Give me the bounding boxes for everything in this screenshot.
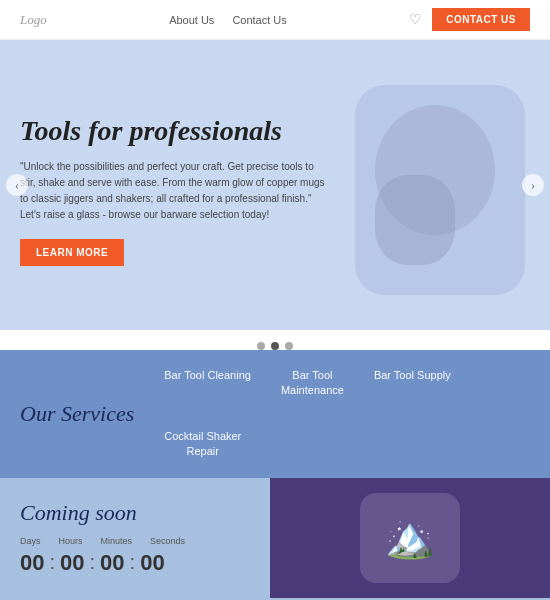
countdown-labels: Days Hours Minutes Seconds: [20, 536, 185, 546]
logo: Logo: [20, 12, 47, 28]
hero-description: "Unlock the possibilities and perfect yo…: [20, 159, 330, 223]
hero-image-box: [355, 85, 525, 295]
carousel-prev-arrow[interactable]: ‹: [6, 174, 28, 196]
label-hours: Hours: [59, 536, 83, 546]
about-link[interactable]: About Us: [169, 14, 214, 26]
services-section: Our Services Bar Tool Cleaning Bar ToolM…: [0, 350, 550, 478]
service-item-cocktail-shaker-repair[interactable]: Cocktail ShakerRepair: [164, 429, 241, 460]
hero-content: Tools for professionals "Unlock the poss…: [20, 114, 350, 267]
days-value: 00: [20, 550, 44, 576]
countdown-image-area: 🏔️: [270, 478, 550, 598]
carousel-dot-2[interactable]: [271, 342, 279, 350]
mountain-icon: 🏔️: [385, 514, 435, 561]
countdown-image-placeholder: 🏔️: [360, 493, 460, 583]
contact-link[interactable]: Contact Us: [232, 14, 286, 26]
navbar: Logo About Us Contact Us ♡ CONTACT US: [0, 0, 550, 40]
carousel-dot-3[interactable]: [285, 342, 293, 350]
carousel-dot-1[interactable]: [257, 342, 265, 350]
heart-icon[interactable]: ♡: [409, 11, 422, 28]
services-title: Our Services: [20, 401, 134, 427]
separator-3: :: [130, 551, 136, 574]
nav-right: ♡ CONTACT US: [409, 8, 530, 31]
service-item-bar-tool-supply[interactable]: Bar Tool Supply: [374, 368, 451, 399]
countdown-values: 00 : 00 : 00 : 00: [20, 550, 165, 576]
services-list: Bar Tool Cleaning Bar ToolMaintenance Ba…: [164, 368, 530, 460]
contact-button[interactable]: CONTACT US: [432, 8, 530, 31]
learn-more-button[interactable]: LEARN MORE: [20, 239, 124, 266]
countdown-left: Coming soon Days Hours Minutes Seconds 0…: [0, 478, 270, 598]
label-minutes: Minutes: [101, 536, 133, 546]
carousel-next-arrow[interactable]: ›: [522, 174, 544, 196]
carousel-dots: [0, 342, 550, 350]
hero-image-wrap: [350, 80, 530, 300]
hours-value: 00: [60, 550, 84, 576]
service-item-bar-tool-cleaning[interactable]: Bar Tool Cleaning: [164, 368, 251, 399]
countdown-section: Coming soon Days Hours Minutes Seconds 0…: [0, 478, 550, 598]
service-item-bar-tool-maintenance[interactable]: Bar ToolMaintenance: [281, 368, 344, 399]
coming-soon-title: Coming soon: [20, 500, 137, 526]
seconds-value: 00: [140, 550, 164, 576]
hero-title: Tools for professionals: [20, 114, 330, 148]
separator-2: :: [90, 551, 96, 574]
nav-links: About Us Contact Us: [169, 14, 287, 26]
label-days: Days: [20, 536, 41, 546]
label-seconds: Seconds: [150, 536, 185, 546]
hero-section: ‹ Tools for professionals "Unlock the po…: [0, 40, 550, 330]
separator-1: :: [49, 551, 55, 574]
minutes-value: 00: [100, 550, 124, 576]
